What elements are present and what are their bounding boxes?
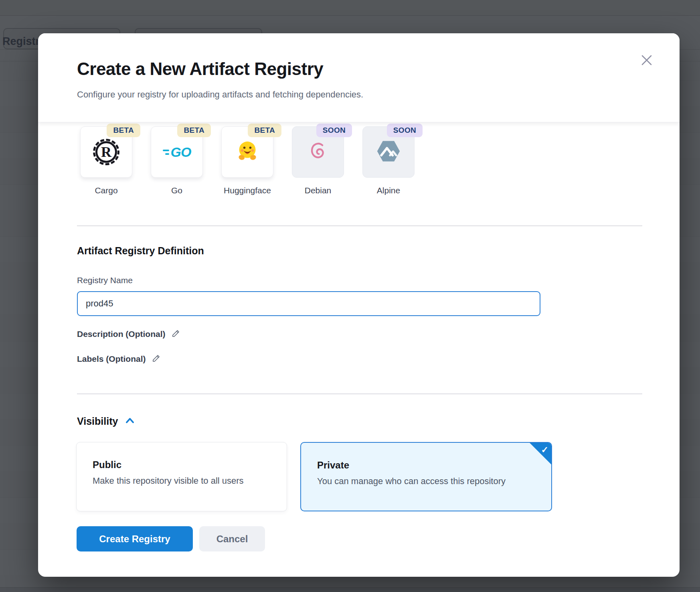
registry-type-label: Alpine: [362, 186, 415, 195]
public-option-description: Make this repository visible to all user…: [93, 476, 287, 486]
private-option-description: You can manage who can access this repos…: [317, 476, 551, 487]
cargo-icon: R: [93, 139, 119, 165]
registry-type-card-cargo[interactable]: BETA R Cargo: [80, 124, 132, 228]
modal-subtitle: Configure your registry for uploading ar…: [77, 89, 363, 100]
beta-badge: BETA: [177, 124, 211, 137]
registry-name-input[interactable]: [77, 291, 540, 316]
soon-badge: SOON: [316, 124, 352, 137]
private-option-title: Private: [317, 460, 551, 471]
alpine-icon: [376, 138, 401, 166]
chevron-up-icon: [125, 417, 135, 426]
registry-type-label: Cargo: [80, 186, 132, 195]
registry-type-label: Debian: [292, 186, 344, 195]
registry-type-card-huggingface[interactable]: BETA: [221, 124, 273, 228]
labels-optional-row: Labels (Optional): [77, 353, 161, 364]
create-registry-button[interactable]: Create Registry: [77, 526, 193, 551]
screen: Registry Create a New Artifact Registry …: [0, 0, 700, 592]
modal-header: Create a New Artifact Registry Configure…: [38, 33, 680, 122]
close-button[interactable]: [638, 52, 655, 69]
debian-icon: [305, 139, 330, 165]
registry-type-card-go[interactable]: BETA GO Go: [151, 124, 203, 228]
visibility-heading: Visibility: [77, 416, 118, 427]
soon-badge: SOON: [387, 124, 423, 137]
background-bottom-strip: [0, 587, 700, 592]
modal-title: Create a New Artifact Registry: [77, 59, 323, 79]
visibility-option-public[interactable]: Public Make this repository visible to a…: [76, 442, 287, 511]
check-icon: ✓: [541, 445, 548, 455]
registry-type-label: Huggingface: [221, 186, 273, 195]
public-option-title: Public: [93, 459, 287, 470]
edit-description-button[interactable]: [171, 328, 181, 339]
registry-type-card-debian: SOON Debian: [292, 124, 344, 228]
visibility-header-row: Visibility: [77, 416, 135, 427]
description-optional-row: Description (Optional): [77, 328, 181, 339]
huggingface-icon: [235, 139, 260, 165]
collapse-visibility-button[interactable]: [125, 417, 135, 426]
pencil-icon: [152, 353, 161, 364]
close-icon: [640, 62, 653, 68]
registry-name-label: Registry Name: [77, 276, 133, 285]
beta-badge: BETA: [107, 124, 140, 137]
section-divider: [77, 225, 642, 226]
go-icon: GO: [163, 144, 191, 160]
visibility-option-private[interactable]: Private You can manage who can access th…: [300, 442, 552, 511]
beta-badge: BETA: [248, 124, 281, 137]
definition-heading: Artifact Registry Definition: [77, 245, 204, 257]
pencil-icon: [171, 328, 181, 339]
create-registry-modal: Create a New Artifact Registry Configure…: [38, 33, 680, 577]
registry-type-card-alpine: SOON Alpine: [362, 124, 415, 228]
description-optional-label: Description (Optional): [77, 329, 166, 339]
labels-optional-label: Labels (Optional): [77, 354, 146, 364]
cancel-button[interactable]: Cancel: [199, 526, 265, 551]
registry-type-label: Go: [151, 186, 203, 195]
section-divider: [77, 393, 642, 394]
background-top-bar: [0, 0, 700, 16]
edit-labels-button[interactable]: [152, 353, 161, 364]
